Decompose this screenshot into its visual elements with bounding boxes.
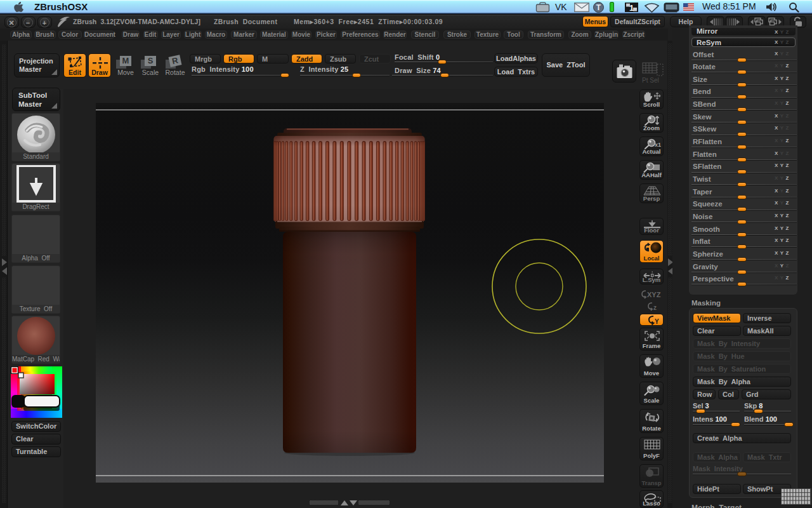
svg-text:x1: x1 (655, 142, 661, 148)
svg-text:Y: Y (655, 318, 659, 325)
svg-text:1: 1 (629, 3, 634, 13)
svg-text:z: z (653, 304, 657, 311)
svg-text:XYZ: XYZ (647, 291, 661, 298)
